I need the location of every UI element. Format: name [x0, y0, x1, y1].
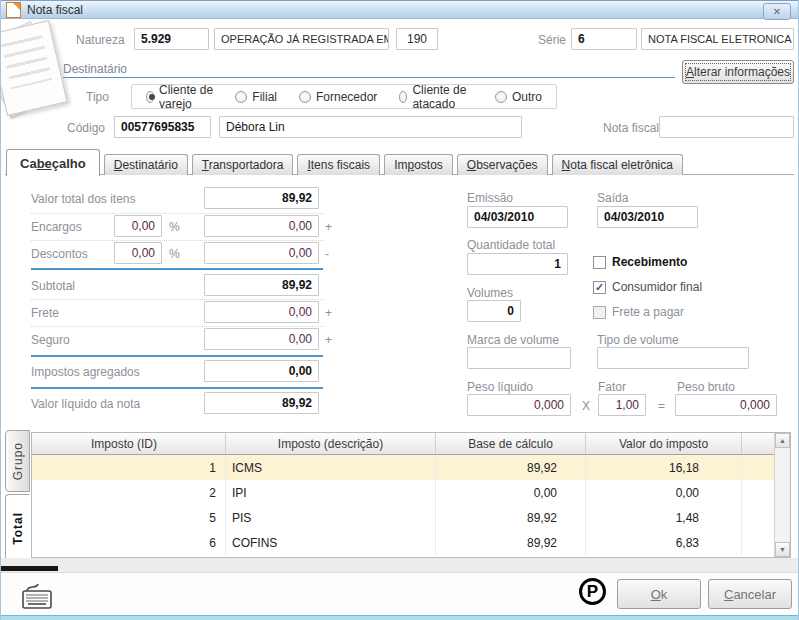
paper-sheet-icon [0, 20, 68, 116]
tab-itens-fiscais[interactable]: Itens fiscais [297, 154, 380, 175]
col-base-de-calculo[interactable]: Base de cálculo [436, 433, 586, 454]
scroll-up-button[interactable]: ▲ [775, 433, 790, 448]
valor-total-label: Valor total dos itens [31, 192, 136, 206]
tab-cabecalho[interactable]: Cabeçalho [6, 149, 100, 176]
tipo-radio-group: Cliente de varejo Filial Fornecedor Clie… [131, 84, 557, 109]
close-icon: ✕ [773, 6, 781, 17]
marca-de-volume-field[interactable] [467, 347, 571, 369]
valor-liquido-field[interactable]: 89,92 [204, 392, 319, 414]
bottom-accent-strip [1, 615, 798, 620]
marca-de-volume-label: Marca de volume [467, 333, 559, 347]
consumidor-final-checkbox-row[interactable]: ✓ Consumidor final [593, 280, 702, 294]
frete-field[interactable]: 0,00 [204, 301, 319, 323]
radio-cliente-de-varejo[interactable]: Cliente de varejo [146, 83, 213, 111]
descontos-op-sign: - [325, 247, 329, 261]
title-bar: Nota fiscal ✕ [1, 0, 798, 19]
valor-liquido-divider [31, 387, 323, 389]
radio-cliente-de-atacado[interactable]: Cliente de atacado [399, 83, 473, 111]
descontos-percent-field[interactable]: 0,00 [114, 242, 162, 264]
encargos-percent-field[interactable]: 0,00 [114, 215, 162, 237]
tipo-de-volume-label: Tipo de volume [597, 333, 679, 347]
fator-field[interactable]: 1,00 [598, 394, 646, 416]
window-title: Nota fiscal [27, 3, 83, 17]
tab-nota-fiscal-eletronica[interactable]: Nota fiscal eletrônica [552, 154, 683, 175]
subtotal-field[interactable]: 89,92 [204, 274, 319, 296]
codigo-label: Código [67, 121, 105, 135]
scroll-down-button[interactable]: ▼ [775, 542, 790, 557]
emissao-field[interactable]: 04/03/2010 [467, 206, 568, 228]
scroll-down-icon: ▼ [779, 546, 786, 553]
volumes-label: Volumes [467, 286, 513, 300]
recebimento-checkbox[interactable] [593, 256, 606, 269]
alterar-informacoes-button[interactable]: Alterar informações [682, 60, 794, 84]
table-row[interactable]: 2 IPI 0,00 0,00 [32, 480, 790, 505]
peso-liquido-field[interactable]: 0,000 [467, 394, 571, 416]
table-row[interactable]: 5 PIS 89,92 1,48 [32, 505, 790, 530]
tab-observacoes[interactable]: Observações [457, 154, 548, 175]
frete-a-pagar-checkbox[interactable] [593, 306, 606, 319]
descontos-percent-sign: % [169, 247, 180, 261]
table-row[interactable]: 1 ICMS 89,92 16,18 [32, 455, 790, 480]
natureza-number-field[interactable]: 190 [396, 28, 438, 50]
col-valor-do-imposto[interactable]: Valor do imposto [586, 433, 742, 454]
saida-label: Saída [597, 191, 628, 205]
subtotal-label: Subtotal [31, 279, 75, 293]
valor-total-field[interactable]: 89,92 [204, 187, 319, 209]
frete-a-pagar-checkbox-row[interactable]: Frete a pagar [593, 305, 684, 319]
recebimento-checkbox-row[interactable]: Recebimento [593, 255, 687, 269]
table-scrollbar[interactable]: ▲ ▼ [774, 433, 790, 557]
seguro-field[interactable]: 0,00 [204, 328, 319, 350]
volumes-field[interactable]: 0 [467, 300, 521, 322]
natureza-description-field[interactable]: OPERAÇÃO JÁ REGISTRADA EM ECF [214, 28, 389, 50]
document-icon [6, 2, 21, 18]
close-button[interactable]: ✕ [763, 3, 791, 20]
codigo-field[interactable]: 00577695835 [114, 116, 211, 138]
radio-icon [235, 91, 247, 103]
codigo-nome-field[interactable]: Débora Lin [219, 116, 522, 138]
col-imposto-descricao[interactable]: Imposto (descrição) [226, 433, 436, 454]
encargos-op-sign: + [325, 220, 332, 234]
table-row[interactable]: 6 COFINS 89,92 6,83 [32, 530, 790, 555]
impostos-agregados-field[interactable]: 0,00 [204, 360, 319, 382]
cancelar-button[interactable]: Cancelar [708, 579, 792, 609]
side-tab-grupo[interactable]: Grupo [5, 430, 30, 492]
impostos-table: Imposto (ID) Imposto (descrição) Base de… [31, 432, 791, 558]
descontos-label: Descontos [31, 247, 88, 261]
nota-fiscal-window: Nota fiscal ✕ Natureza 5.929 OPERAÇÃO JÁ… [0, 0, 799, 620]
peso-bruto-field[interactable]: 0,000 [675, 394, 777, 416]
serie-label: Série [538, 33, 566, 47]
descontos-field[interactable]: 0,00 [204, 242, 319, 264]
natureza-label: Natureza [76, 33, 125, 47]
check-icon: ✓ [595, 282, 604, 293]
consumidor-final-checkbox[interactable]: ✓ [593, 281, 606, 294]
serie-description-field[interactable]: NOTA FISCAL ELETRONICA [641, 28, 794, 50]
radio-fornecedor[interactable]: Fornecedor [299, 90, 377, 104]
seguro-op-sign: + [325, 333, 332, 347]
destinatario-divider [63, 77, 675, 78]
tab-transportadora[interactable]: Transportadora [192, 154, 294, 175]
quantidade-total-label: Quantidade total [467, 238, 555, 252]
natureza-code-field[interactable]: 5.929 [134, 28, 209, 50]
multiply-sign: X [582, 399, 590, 413]
emissao-label: Emissão [467, 191, 513, 205]
saida-field[interactable]: 04/03/2010 [597, 206, 698, 228]
p-shortcut-badge: P [579, 578, 606, 605]
recebimento-label: Recebimento [612, 255, 687, 269]
keyboard-icon[interactable] [21, 581, 55, 614]
tipo-de-volume-field[interactable] [597, 347, 749, 369]
table-header-row: Imposto (ID) Imposto (descrição) Base de… [32, 433, 790, 455]
side-tab-total[interactable]: Total [5, 494, 30, 562]
tab-destinatario[interactable]: Destinatário [104, 154, 188, 175]
radio-outro[interactable]: Outro [495, 90, 542, 104]
encargos-field[interactable]: 0,00 [204, 215, 319, 237]
serie-field[interactable]: 6 [571, 28, 637, 50]
col-imposto-id[interactable]: Imposto (ID) [32, 433, 226, 454]
quantidade-total-field[interactable]: 1 [467, 253, 568, 275]
ok-button[interactable]: Ok [617, 579, 701, 609]
radio-filial[interactable]: Filial [235, 90, 277, 104]
nota-fiscal-field[interactable] [659, 116, 794, 138]
splitter-handle[interactable] [1, 566, 58, 571]
tab-impostos[interactable]: Impostos [384, 154, 453, 175]
peso-bruto-label: Peso bruto [677, 380, 735, 394]
seguro-label: Seguro [31, 333, 70, 347]
